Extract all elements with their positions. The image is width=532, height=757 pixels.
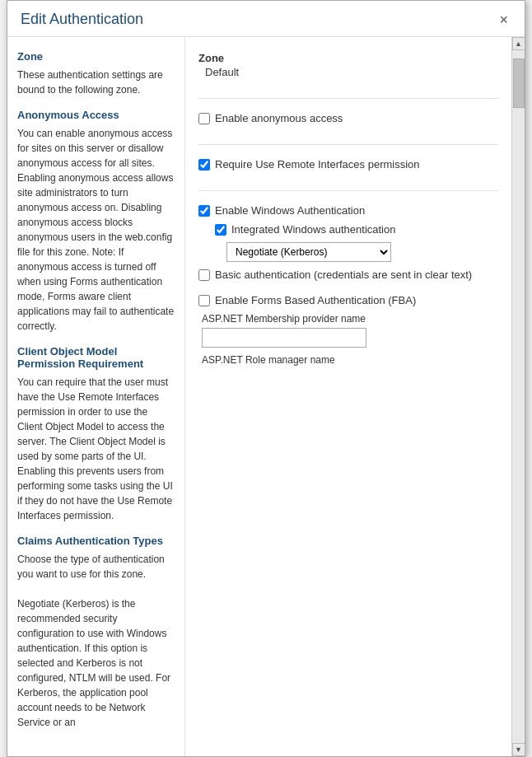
anonymous-section-title: Anonymous Access [17, 109, 175, 121]
dialog-header: Edit Authentication × [7, 1, 525, 37]
right-panel: Zone Default Enable anonymous access Req… [184, 37, 511, 756]
integrated-windows-checkbox[interactable] [215, 224, 226, 236]
asp-role-block: ASP.NET Role manager name [202, 354, 498, 366]
zone-section-text: These authentication settings are bound … [17, 68, 175, 97]
zone-right-section: Zone Default [198, 52, 498, 78]
basic-auth-checkbox-row: Basic authentication (credentials are se… [198, 269, 498, 281]
anonymous-access-checkbox[interactable] [198, 113, 210, 124]
forms-auth-checkbox-row: Enable Forms Based Authentication (FBA) [198, 294, 498, 306]
divider-1 [198, 98, 498, 99]
asp-membership-field-label: ASP.NET Membership provider name [202, 313, 498, 325]
basic-auth-label[interactable]: Basic authentication (credentials are se… [215, 269, 472, 281]
dialog-title: Edit Authentication [21, 11, 143, 28]
windows-auth-checkbox-row: Enable Windows Authentication [198, 204, 498, 217]
zone-section-title: Zone [17, 50, 175, 63]
client-object-section-text: You can require that the user must have … [17, 375, 175, 523]
scrollbar: ▲ ▼ [511, 37, 525, 756]
anonymous-section: Anonymous Access You can enable anonymou… [17, 109, 175, 334]
negotiate-select[interactable]: Negotiate (Kerberos) NTLM [226, 242, 391, 262]
forms-auth-block: Enable Forms Based Authentication (FBA) … [198, 294, 498, 366]
claims-right-section: Enable Windows Authentication Integrated… [198, 204, 498, 366]
integrated-windows-label[interactable]: Integrated Windows authentication [231, 223, 395, 236]
client-object-section: Client Object Model Permission Requireme… [17, 345, 175, 523]
client-object-section-title: Client Object Model Permission Requireme… [17, 345, 175, 370]
divider-3 [198, 190, 498, 191]
scroll-down-button[interactable]: ▼ [512, 743, 525, 756]
scroll-track [512, 50, 525, 743]
asp-role-field-label: ASP.NET Role manager name [202, 354, 498, 366]
asp-membership-block: ASP.NET Membership provider name [202, 313, 498, 348]
claims-section-text: Choose the type of authentication you wa… [17, 552, 175, 730]
anonymous-access-label[interactable]: Enable anonymous access [215, 112, 343, 124]
anonymous-right-section: Enable anonymous access [198, 112, 498, 124]
claims-section: Claims Authentication Types Choose the t… [17, 535, 175, 730]
scroll-thumb[interactable] [513, 58, 525, 108]
left-panel: Zone These authentication settings are b… [7, 37, 184, 756]
integrated-windows-checkbox-row: Integrated Windows authentication [215, 223, 498, 236]
close-button[interactable]: × [496, 12, 511, 27]
zone-field-label: Zone [198, 52, 498, 64]
basic-auth-checkbox[interactable] [198, 269, 210, 281]
zone-section: Zone These authentication settings are b… [17, 50, 175, 97]
edit-authentication-dialog: Edit Authentication × Zone These authent… [7, 0, 525, 757]
forms-auth-checkbox[interactable] [198, 295, 210, 306]
client-object-checkbox-row: Require Use Remote Interfaces permission [198, 158, 498, 171]
negotiate-dropdown-row: Negotiate (Kerberos) NTLM [226, 242, 498, 262]
claims-section-title: Claims Authentication Types [17, 535, 175, 547]
dialog-body: Zone These authentication settings are b… [7, 37, 525, 756]
windows-auth-label[interactable]: Enable Windows Authentication [215, 204, 365, 217]
asp-membership-input[interactable] [202, 328, 366, 348]
anonymous-section-text: You can enable anonymous access for site… [17, 126, 175, 334]
remote-interfaces-label[interactable]: Require Use Remote Interfaces permission [215, 158, 420, 171]
divider-2 [198, 144, 498, 145]
anonymous-checkbox-row: Enable anonymous access [198, 112, 498, 124]
remote-interfaces-checkbox[interactable] [198, 159, 210, 171]
scroll-up-button[interactable]: ▲ [512, 37, 525, 50]
forms-auth-label[interactable]: Enable Forms Based Authentication (FBA) [215, 294, 416, 306]
client-object-right-section: Require Use Remote Interfaces permission [198, 158, 498, 171]
zone-field-value: Default [205, 66, 239, 78]
windows-auth-checkbox[interactable] [198, 205, 210, 217]
